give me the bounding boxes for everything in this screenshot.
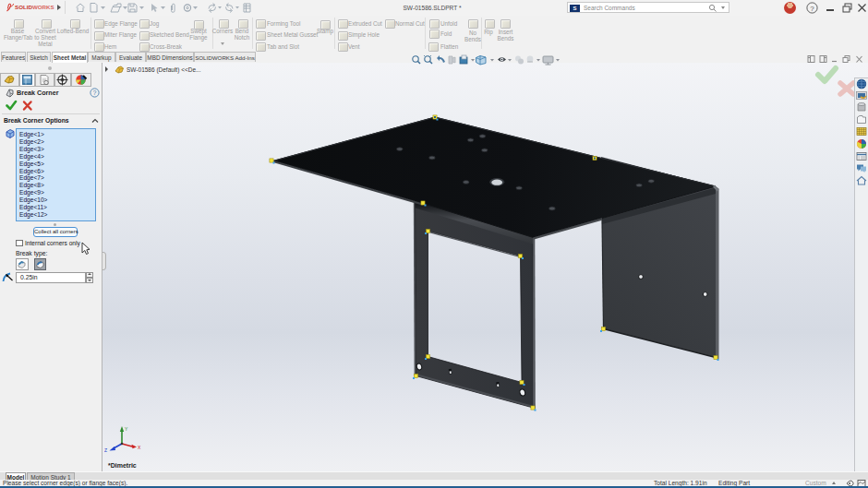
svg-text:?: ? bbox=[92, 89, 96, 96]
svg-text:Z: Z bbox=[104, 447, 107, 453]
svg-text:?: ? bbox=[810, 5, 814, 13]
svg-text:X: X bbox=[138, 445, 141, 450]
svg-text:SOLIDWORKS: SOLIDWORKS bbox=[15, 4, 54, 10]
svg-text:Y: Y bbox=[125, 426, 128, 432]
